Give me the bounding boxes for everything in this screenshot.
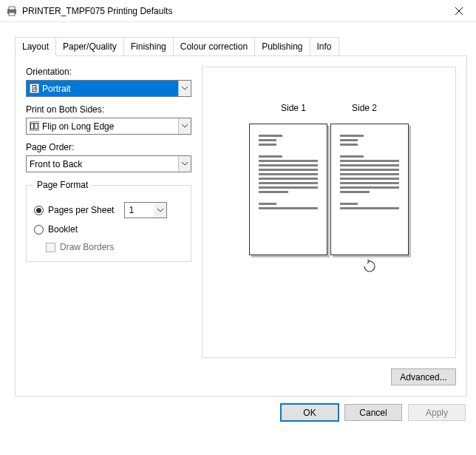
svg-rect-8	[31, 124, 34, 129]
draw-borders-label: Draw Borders	[60, 242, 114, 252]
page-format-group: Page Format Pages per Sheet 1	[26, 180, 191, 262]
pages-per-sheet-radio[interactable]	[34, 206, 44, 215]
svg-rect-1	[9, 7, 15, 10]
svg-text:A: A	[33, 86, 37, 91]
orientation-dropdown[interactable]: A Portrait	[26, 80, 191, 97]
preview-page-side2	[330, 124, 409, 255]
flip-long-edge-icon	[30, 121, 39, 131]
advanced-button[interactable]: Advanced...	[391, 368, 456, 385]
orientation-label: Orientation:	[26, 67, 191, 77]
preview-page-side1	[249, 124, 327, 255]
chevron-down-icon	[178, 156, 191, 172]
close-button[interactable]	[442, 0, 476, 22]
pages-per-sheet-value: 1	[125, 205, 154, 215]
tab-colour-correction[interactable]: Colour correction	[173, 37, 255, 55]
booklet-radio[interactable]	[34, 225, 44, 235]
page-format-legend: Page Format	[34, 180, 91, 190]
tab-paper-quality[interactable]: Paper/Quality	[55, 37, 124, 55]
pages-per-sheet-label: Pages per Sheet	[48, 205, 114, 215]
tab-panel-layout: Orientation: A Portrait	[15, 55, 467, 397]
tab-info[interactable]: Info	[310, 37, 339, 55]
orientation-value: Portrait	[42, 84, 71, 94]
page-order-label: Page Order:	[26, 142, 191, 152]
tab-publishing[interactable]: Publishing	[254, 37, 310, 55]
close-icon	[455, 7, 463, 15]
tab-layout[interactable]: Layout	[15, 37, 56, 56]
both-sides-dropdown[interactable]: Flip on Long Edge	[26, 118, 191, 135]
cancel-button[interactable]: Cancel	[344, 404, 402, 421]
tab-finishing[interactable]: Finishing	[123, 37, 174, 55]
window-title: PRINTER_TMPF075 Printing Defaults	[22, 6, 442, 16]
page-order-value: Front to Back	[30, 159, 82, 169]
both-sides-label: Print on Both Sides:	[26, 104, 191, 115]
portrait-icon: A	[30, 84, 39, 93]
preview-side2-label: Side 2	[352, 103, 377, 113]
svg-rect-9	[35, 124, 38, 129]
chevron-down-icon	[178, 118, 191, 134]
printer-icon	[6, 5, 18, 17]
preview-side1-label: Side 1	[281, 103, 306, 113]
chevron-down-icon	[178, 81, 191, 96]
apply-button: Apply	[408, 404, 466, 421]
tab-strip: Layout Paper/Quality Finishing Colour co…	[15, 37, 467, 55]
titlebar: PRINTER_TMPF075 Printing Defaults	[0, 0, 476, 22]
preview-pane: Side 1 Side 2	[202, 67, 456, 358]
page-order-dropdown[interactable]: Front to Back	[26, 155, 191, 172]
ok-button[interactable]: OK	[281, 404, 339, 421]
dialog-footer: OK Cancel Apply	[0, 397, 476, 430]
svg-rect-2	[9, 13, 15, 16]
chevron-down-icon	[154, 203, 166, 218]
both-sides-value: Flip on Long Edge	[42, 121, 114, 132]
pages-per-sheet-dropdown[interactable]: 1	[124, 202, 167, 218]
booklet-label: Booklet	[48, 224, 78, 235]
draw-borders-checkbox	[46, 243, 55, 252]
flip-rotate-icon	[360, 260, 379, 273]
svg-point-3	[14, 10, 16, 11]
